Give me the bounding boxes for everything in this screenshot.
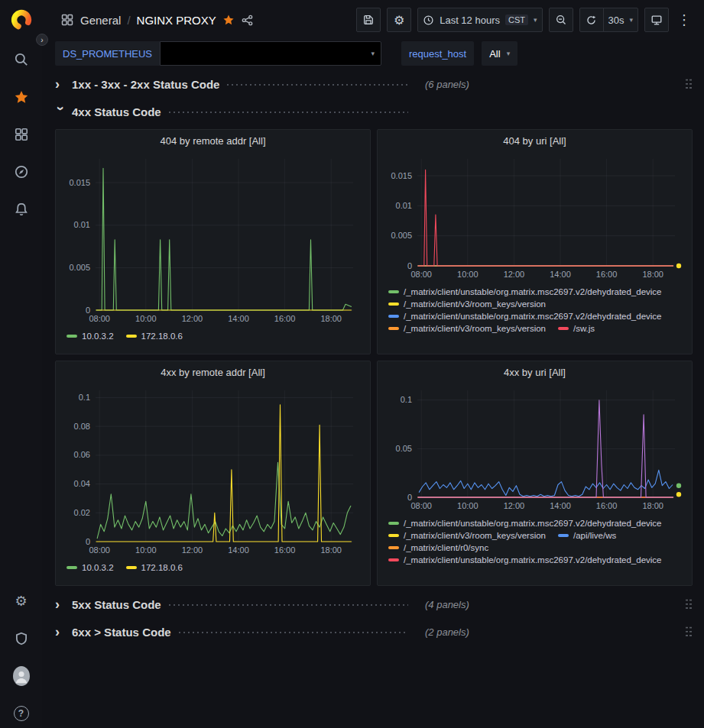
svg-text:08:00: 08:00 <box>89 545 110 555</box>
variable-value-request-host[interactable]: All ▾ <box>482 41 517 66</box>
save-dashboard-button[interactable] <box>356 8 381 32</box>
row-4xx-status-code[interactable]: › 4xx Status Code <box>55 102 693 121</box>
chart-legend: /_matrix/client/unstable/org.matrix.msc2… <box>378 283 692 333</box>
svg-text:12:00: 12:00 <box>182 545 203 555</box>
svg-text:0.02: 0.02 <box>74 508 90 517</box>
legend-item[interactable]: /_matrix/client/r0/sync <box>388 543 488 552</box>
legend-series-swatch <box>388 315 399 318</box>
svg-text:16:00: 16:00 <box>596 270 618 279</box>
cycle-view-mode-button[interactable] <box>644 8 669 32</box>
timeseries-chart[interactable]: 08:0010:0012:0014:0016:0018:0000.0050.01… <box>384 151 686 283</box>
legend-item[interactable]: /_matrix/client/unstable/org.matrix.msc2… <box>388 519 662 528</box>
panel-header[interactable]: 404 by uri [All] <box>378 130 692 151</box>
grafana-logo[interactable] <box>10 8 33 31</box>
zoom-out-button[interactable] <box>549 8 573 32</box>
sidebar-item-profile[interactable] <box>13 668 30 684</box>
chevron-right-icon: › <box>55 597 72 612</box>
row-5xx-status-code[interactable]: › 5xx Status Code (4 panels) <box>55 594 693 614</box>
legend-item[interactable]: /_matrix/client/unstable/org.matrix.msc2… <box>388 287 662 296</box>
sidebar-item-alerting[interactable] <box>13 201 30 218</box>
dashboard-settings-button[interactable]: ⚙ <box>387 8 411 32</box>
timeseries-chart[interactable]: 08:0010:0012:0014:0016:0018:0000.050.1 <box>384 383 686 514</box>
variable-label-request-host[interactable]: request_host <box>401 41 474 66</box>
sidebar-item-explore[interactable] <box>13 163 30 180</box>
panel-title[interactable]: 4xx by uri [All] <box>504 367 566 378</box>
breadcrumb-divider: / <box>127 14 130 27</box>
legend-series-swatch <box>388 303 399 306</box>
row-lead: › 6xx > Status Code <box>55 624 414 639</box>
row-title: 1xx - 3xx - 2xx Status Code <box>72 78 219 91</box>
time-range-label: Last 12 hours <box>440 15 500 26</box>
timeseries-chart[interactable]: 08:0010:0012:0014:0016:0018:0000.0050.01… <box>62 151 364 327</box>
panel-header[interactable]: 404 by remote addr [All] <box>56 130 370 151</box>
legend-item[interactable]: /_matrix/client/v3/room_keys/version <box>388 531 546 540</box>
legend-item[interactable]: /_matrix/client/unstable/org.matrix.msc2… <box>388 555 662 565</box>
save-icon <box>362 14 375 26</box>
row-drag-handle[interactable] <box>685 626 693 638</box>
svg-text:0.015: 0.015 <box>391 171 412 180</box>
legend-series-label: /_matrix/client/v3/room_keys/version <box>404 531 546 540</box>
grafana-app: { "navbar": { "breadcrumb": { "section":… <box>0 0 704 728</box>
breadcrumb-dashboard-title[interactable]: NGINX PROXY <box>137 14 216 27</box>
row-drag-handle[interactable] <box>685 78 693 90</box>
legend-item[interactable]: /sw.js <box>558 324 595 333</box>
sidebar-item-search[interactable] <box>13 51 30 68</box>
legend-item[interactable]: 172.18.0.6 <box>126 563 183 572</box>
variable-value-ds-prometheus[interactable]: ▾ <box>160 41 381 66</box>
sidebar-item-dashboards[interactable] <box>13 126 30 143</box>
row-drag-handle[interactable] <box>685 598 693 610</box>
chart-legend: 10.0.3.2172.18.0.6 <box>56 558 370 572</box>
sidebar-item-help[interactable]: ? <box>13 705 30 722</box>
legend-item[interactable]: /_matrix/client/v3/room_keys/version <box>388 299 546 309</box>
legend-series-swatch <box>126 335 137 338</box>
more-options-button[interactable]: ⋮ <box>675 11 693 28</box>
legend-series-swatch <box>388 534 399 537</box>
svg-text:0.005: 0.005 <box>69 263 90 272</box>
svg-text:18:00: 18:00 <box>642 270 663 279</box>
share-alt-icon <box>241 14 254 27</box>
svg-text:0.005: 0.005 <box>391 231 412 240</box>
panel-header[interactable]: 4xx by remote addr [All] <box>56 361 370 383</box>
sidebar: › <box>0 0 42 728</box>
sidebar-bottom-icons: ⚙ ? <box>0 593 42 722</box>
sidebar-item-configuration[interactable]: ⚙ <box>13 593 30 610</box>
legend-item[interactable]: 10.0.3.2 <box>67 563 114 572</box>
panel-title[interactable]: 404 by remote addr [All] <box>160 135 265 147</box>
row-panel-count: (2 panels) <box>425 626 469 638</box>
time-range-picker[interactable]: Last 12 hours CST ▾ <box>417 8 542 32</box>
row-1xx-3xx-2xx-status-code[interactable]: › 1xx - 3xx - 2xx Status Code (6 panels) <box>55 74 693 94</box>
legend-series-label: /_matrix/client/unstable/org.matrix.msc2… <box>404 555 662 565</box>
legend-item[interactable]: /_matrix/client/unstable/org.matrix.msc2… <box>388 312 662 321</box>
panel-title[interactable]: 404 by uri [All] <box>503 135 566 147</box>
sidebar-expand-button[interactable]: › <box>36 34 48 46</box>
panel-title[interactable]: 4xx by remote addr [All] <box>161 367 265 378</box>
svg-text:0.1: 0.1 <box>79 393 90 402</box>
legend-item[interactable]: /api/live/ws <box>558 531 616 540</box>
share-button[interactable] <box>241 14 254 27</box>
legend-item[interactable]: 172.18.0.6 <box>126 332 183 341</box>
sidebar-top-icons <box>13 51 30 218</box>
row-6xx-status-code[interactable]: › 6xx > Status Code (2 panels) <box>55 622 693 642</box>
legend-item[interactable]: /_matrix/client/v3/room_keys/version <box>388 324 546 333</box>
svg-text:08:00: 08:00 <box>89 314 110 323</box>
svg-text:18:00: 18:00 <box>320 545 342 555</box>
gear-icon: ⚙ <box>394 13 404 28</box>
refresh-interval-picker[interactable]: 30s ▾ <box>603 8 639 32</box>
svg-text:0.01: 0.01 <box>396 201 412 210</box>
legend-series-swatch <box>388 327 399 330</box>
variable-label-ds-prometheus[interactable]: DS_PROMETHEUS <box>55 41 160 66</box>
legend-item[interactable]: 10.0.3.2 <box>67 332 114 341</box>
sidebar-item-server-admin[interactable] <box>13 630 30 647</box>
panel-4xx-by-uri: 4xx by uri [All] 08:0010:0012:0014:0016:… <box>377 361 693 586</box>
refresh-button[interactable] <box>579 8 604 32</box>
timeseries-chart[interactable]: 08:0010:0012:0014:0016:0018:0000.020.040… <box>62 383 364 558</box>
sidebar-item-starred[interactable] <box>13 89 30 105</box>
favorite-star-button[interactable] <box>222 14 235 26</box>
breadcrumb-section[interactable]: General <box>80 14 121 27</box>
chevron-down-icon: ▾ <box>534 16 537 24</box>
grafana-logo-icon <box>10 8 33 31</box>
svg-text:10:00: 10:00 <box>135 545 157 555</box>
chart-legend: /_matrix/client/unstable/org.matrix.msc2… <box>378 514 692 565</box>
variable-value-text: All <box>489 48 500 60</box>
panel-header[interactable]: 4xx by uri [All] <box>378 361 692 383</box>
